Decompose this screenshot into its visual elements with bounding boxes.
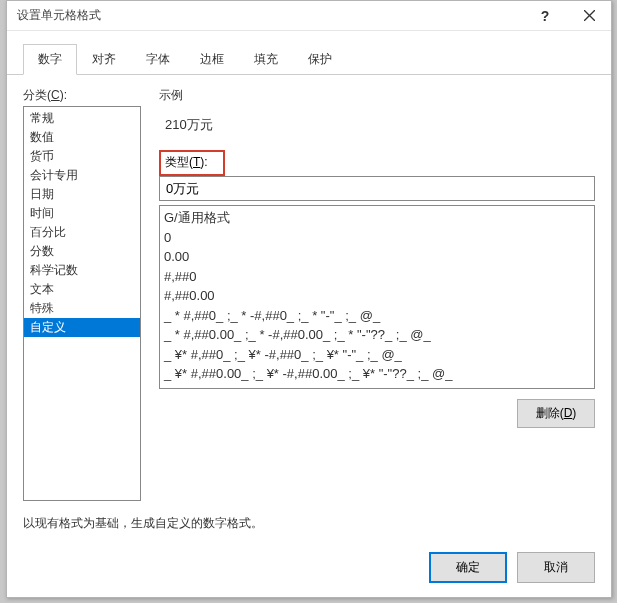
ok-button[interactable]: 确定 [429, 552, 507, 583]
list-item[interactable]: 时间 [24, 204, 140, 223]
type-input[interactable] [159, 176, 595, 201]
close-button[interactable] [567, 1, 611, 31]
format-cells-dialog: 设置单元格格式 ? 数字 对齐 字体 边框 填充 保护 分类(C): 常规 数值… [6, 0, 612, 598]
type-label-highlight: 类型(T): [159, 150, 225, 176]
tab-fill[interactable]: 填充 [239, 44, 293, 75]
list-item[interactable]: 0 [164, 228, 590, 248]
list-item[interactable]: 货币 [24, 147, 140, 166]
sample-value: 210万元 [159, 108, 595, 150]
sample-label: 示例 [159, 87, 595, 104]
help-button[interactable]: ? [523, 1, 567, 31]
upper-section: 分类(C): 常规 数值 货币 会计专用 日期 时间 百分比 分数 科学记数 文… [23, 87, 595, 501]
tabs: 数字 对齐 字体 边框 填充 保护 [7, 31, 611, 75]
list-item[interactable]: #,##0 [164, 267, 590, 287]
detail-panel: 示例 210万元 类型(T): G/通用格式 0 0.00 #,##0 #,##… [159, 87, 595, 501]
list-item[interactable]: 常规 [24, 109, 140, 128]
note-text: 以现有格式为基础，生成自定义的数字格式。 [23, 515, 595, 532]
list-item[interactable]: 日期 [24, 185, 140, 204]
format-codes-listbox[interactable]: G/通用格式 0 0.00 #,##0 #,##0.00 _ * #,##0_ … [159, 205, 595, 389]
category-listbox[interactable]: 常规 数值 货币 会计专用 日期 时间 百分比 分数 科学记数 文本 特殊 自定… [23, 106, 141, 501]
dialog-title: 设置单元格格式 [17, 7, 523, 24]
delete-button[interactable]: 删除(D) [517, 399, 595, 428]
list-item[interactable]: 会计专用 [24, 166, 140, 185]
list-item[interactable]: 分数 [24, 242, 140, 261]
list-item[interactable]: #,##0;-#,##0 [164, 384, 590, 390]
cancel-button[interactable]: 取消 [517, 552, 595, 583]
dialog-footer: 确定 取消 [7, 540, 611, 597]
close-icon [584, 10, 595, 21]
list-item[interactable]: G/通用格式 [164, 208, 590, 228]
dialog-body: 分类(C): 常规 数值 货币 会计专用 日期 时间 百分比 分数 科学记数 文… [7, 75, 611, 540]
list-item[interactable]: #,##0.00 [164, 286, 590, 306]
list-item[interactable]: _ ¥* #,##0_ ;_ ¥* -#,##0_ ;_ ¥* "-"_ ;_ … [164, 345, 590, 365]
list-item[interactable]: 百分比 [24, 223, 140, 242]
tab-protection[interactable]: 保护 [293, 44, 347, 75]
tab-border[interactable]: 边框 [185, 44, 239, 75]
tab-alignment[interactable]: 对齐 [77, 44, 131, 75]
tab-font[interactable]: 字体 [131, 44, 185, 75]
list-item[interactable]: _ ¥* #,##0.00_ ;_ ¥* -#,##0.00_ ;_ ¥* "-… [164, 364, 590, 384]
category-label: 分类(C): [23, 87, 141, 104]
list-item[interactable]: _ * #,##0.00_ ;_ * -#,##0.00_ ;_ * "-"??… [164, 325, 590, 345]
list-item[interactable]: 科学记数 [24, 261, 140, 280]
list-item[interactable]: 0.00 [164, 247, 590, 267]
list-item[interactable]: _ * #,##0_ ;_ * -#,##0_ ;_ * "-"_ ;_ @_ [164, 306, 590, 326]
type-label: 类型(T): [165, 155, 208, 169]
delete-row: 删除(D) [159, 399, 595, 428]
list-item[interactable]: 自定义 [24, 318, 140, 337]
list-item[interactable]: 数值 [24, 128, 140, 147]
list-item[interactable]: 特殊 [24, 299, 140, 318]
list-item[interactable]: 文本 [24, 280, 140, 299]
titlebar: 设置单元格格式 ? [7, 1, 611, 31]
category-panel: 分类(C): 常规 数值 货币 会计专用 日期 时间 百分比 分数 科学记数 文… [23, 87, 141, 501]
tab-number[interactable]: 数字 [23, 44, 77, 75]
